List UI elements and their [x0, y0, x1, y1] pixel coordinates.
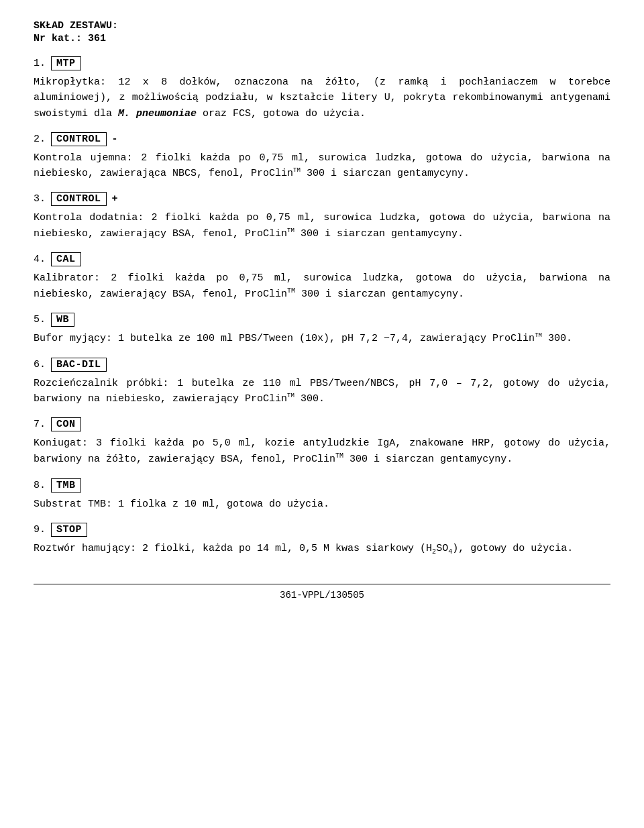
section-number-1: 1. [34, 58, 46, 69]
section-header-8: 8.TMB [34, 478, 610, 493]
section-badge-1: MTP [51, 56, 81, 70]
section-header-3: 3.CONTROL+ [34, 192, 610, 206]
section-text-7: Koniugat: 3 fiolki każda po 5,0 ml, kozi… [34, 435, 610, 468]
section-5: 5.WBBufor myjący: 1 butelka ze 100 ml PB… [34, 313, 610, 346]
footer: 361-VPPL/130505 [34, 584, 610, 601]
section-text-3: Kontrola dodatnia: 2 fiolki każda po 0,7… [34, 210, 610, 242]
section-header-9: 9.STOP [34, 523, 610, 537]
section-text-6: Rozcieńczalnik próbki: 1 butelka ze 110 … [34, 376, 610, 407]
section-1: 1.MTPMikropłytka: 12 x 8 dołków, oznaczo… [34, 56, 610, 121]
section-6: 6.BAC-DILRozcieńczalnik próbki: 1 butelk… [34, 358, 610, 407]
section-4: 4.CALKalibrator: 2 fiolki każda po 0,75 … [34, 252, 610, 303]
section-number-7: 7. [34, 419, 46, 430]
section-text-4: Kalibrator: 2 fiolki każda po 0,75 ml, s… [34, 270, 610, 303]
section-badge-suffix-3: + [112, 193, 118, 205]
section-number-4: 4. [34, 254, 46, 265]
section-number-6: 6. [34, 359, 46, 370]
sections-container: 1.MTPMikropłytka: 12 x 8 dołków, oznaczo… [34, 56, 610, 557]
section-text-5: Bufor myjący: 1 butelka ze 100 ml PBS/Tw… [34, 331, 610, 346]
section-number-2: 2. [34, 134, 46, 145]
section-badge-8: TMB [51, 478, 81, 493]
section-badge-suffix-2: - [112, 134, 118, 145]
section-text-8: Substrat TMB: 1 fiolka z 10 ml, gotowa d… [34, 497, 610, 512]
section-9: 9.STOPRoztwór hamujący: 2 fiolki, każda … [34, 523, 610, 558]
section-header-2: 2.CONTROL- [34, 132, 610, 146]
section-number-3: 3. [34, 193, 46, 205]
section-number-8: 8. [34, 480, 46, 491]
section-header-5: 5.WB [34, 313, 610, 327]
section-text-2: Kontrola ujemna: 2 fiolki każda po 0,75 … [34, 150, 610, 182]
section-badge-5: WB [51, 313, 74, 327]
section-7: 7.CONKoniugat: 3 fiolki każda po 5,0 ml,… [34, 417, 610, 468]
section-2: 2.CONTROL-Kontrola ujemna: 2 fiolki każd… [34, 132, 610, 182]
section-badge-9: STOP [51, 523, 87, 537]
catalog-number: Nr kat.: 361 [34, 33, 610, 44]
section-badge-6: BAC-DIL [51, 358, 107, 372]
section-number-9: 9. [34, 524, 46, 535]
section-text-9: Roztwór hamujący: 2 fiolki, każda po 14 … [34, 541, 610, 558]
section-header-4: 4.CAL [34, 252, 610, 266]
page-title: SKŁAD ZESTAWU: [34, 20, 610, 32]
section-badge-3: CONTROL [51, 192, 107, 206]
section-badge-7: CON [51, 417, 81, 431]
section-header-6: 6.BAC-DIL [34, 358, 610, 372]
section-3: 3.CONTROL+Kontrola dodatnia: 2 fiolki ka… [34, 192, 610, 242]
section-number-5: 5. [34, 314, 46, 325]
section-8: 8.TMBSubstrat TMB: 1 fiolka z 10 ml, got… [34, 478, 610, 512]
section-text-1: Mikropłytka: 12 x 8 dołków, oznaczona na… [34, 74, 610, 121]
section-header-7: 7.CON [34, 417, 610, 431]
section-header-1: 1.MTP [34, 56, 610, 70]
section-badge-4: CAL [51, 252, 81, 266]
section-badge-2: CONTROL [51, 132, 107, 146]
